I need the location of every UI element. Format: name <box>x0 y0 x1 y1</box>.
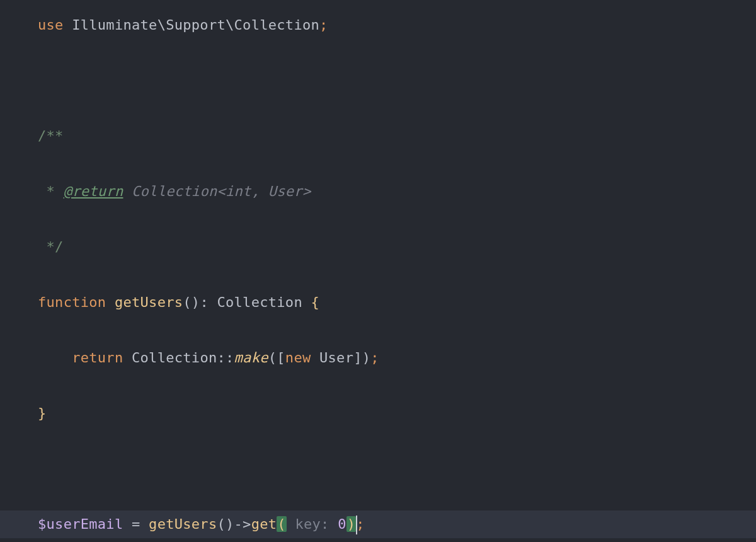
bracket-close-match: ) <box>346 516 357 532</box>
line-current: $userEmail = getUsers()->get( key: 0); <box>0 510 756 538</box>
line-doc-close: */ <box>38 233 756 261</box>
line-doc-open: /** <box>38 122 756 150</box>
line-blank <box>38 67 756 95</box>
function-name: getUsers <box>115 294 183 310</box>
line-1: use Illuminate\Support\Collection; <box>38 11 756 39</box>
code-editor[interactable]: use Illuminate\Support\Collection; /** *… <box>0 0 756 542</box>
line-return: return Collection::make([new User]); <box>38 344 756 372</box>
line-doc-return: * @return Collection<int, User> <box>38 178 756 205</box>
bracket-open-match: ( <box>277 516 287 532</box>
parameter-hint: key: <box>287 516 338 532</box>
line-fn-decl: function getUsers(): Collection { <box>38 289 756 316</box>
line-blank <box>38 455 756 483</box>
phpdoc-return-type: Collection<int, User> <box>132 183 311 199</box>
line-fn-close: } <box>38 400 756 427</box>
phpdoc-return-tag: @return <box>64 183 123 199</box>
keyword-use: use <box>38 17 64 33</box>
variable-useremail: $userEmail <box>38 516 123 532</box>
